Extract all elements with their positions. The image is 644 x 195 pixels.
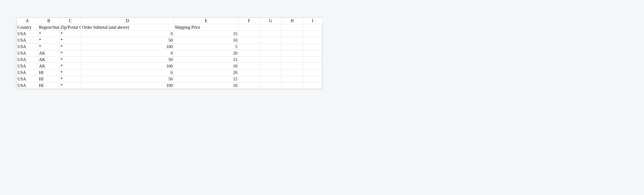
- cell[interactable]: HI: [38, 82, 60, 89]
- cell[interactable]: [238, 44, 260, 50]
- cell[interactable]: HI: [38, 76, 60, 82]
- cell[interactable]: AK: [38, 50, 60, 57]
- cell[interactable]: [260, 63, 282, 69]
- cell[interactable]: [303, 44, 322, 50]
- cell[interactable]: [260, 82, 282, 89]
- cell[interactable]: [238, 24, 260, 31]
- cell[interactable]: Zip/Postal Code: [60, 24, 81, 31]
- cell[interactable]: [282, 31, 303, 37]
- cell[interactable]: *: [60, 50, 81, 57]
- col-header-C[interactable]: C: [60, 18, 81, 24]
- col-header-F[interactable]: F: [238, 18, 260, 24]
- col-header-A[interactable]: A: [16, 18, 38, 24]
- cell[interactable]: 50: [81, 37, 174, 44]
- cell[interactable]: [238, 76, 260, 82]
- cell[interactable]: USA: [16, 69, 38, 76]
- cell[interactable]: 0: [81, 69, 174, 76]
- cell[interactable]: *: [38, 31, 60, 37]
- cell[interactable]: 0: [81, 31, 174, 37]
- cell[interactable]: 15: [174, 31, 238, 37]
- cell[interactable]: [260, 24, 282, 31]
- cell[interactable]: USA: [16, 57, 38, 63]
- cell[interactable]: 20: [174, 69, 238, 76]
- cell[interactable]: 20: [174, 50, 238, 57]
- cell[interactable]: [303, 50, 322, 57]
- cell[interactable]: [303, 82, 322, 89]
- cell[interactable]: [260, 31, 282, 37]
- cell[interactable]: *: [60, 82, 81, 89]
- cell[interactable]: [303, 69, 322, 76]
- cell[interactable]: 5: [174, 44, 238, 50]
- cell[interactable]: [238, 31, 260, 37]
- cell[interactable]: [238, 37, 260, 44]
- cell[interactable]: [282, 24, 303, 31]
- cell[interactable]: [303, 63, 322, 69]
- cell[interactable]: [260, 76, 282, 82]
- cell[interactable]: HI: [38, 69, 60, 76]
- cell[interactable]: [282, 44, 303, 50]
- cell[interactable]: 10: [174, 82, 238, 89]
- col-header-D[interactable]: D: [81, 18, 174, 24]
- cell[interactable]: [303, 24, 322, 31]
- cell[interactable]: [260, 69, 282, 76]
- cell[interactable]: [260, 37, 282, 44]
- cell[interactable]: *: [60, 31, 81, 37]
- cell[interactable]: 15: [174, 76, 238, 82]
- col-header-G[interactable]: G: [260, 18, 282, 24]
- cell[interactable]: USA: [16, 76, 38, 82]
- cell[interactable]: [238, 63, 260, 69]
- cell[interactable]: 100: [81, 63, 174, 69]
- cell[interactable]: USA: [16, 63, 38, 69]
- cell[interactable]: USA: [16, 31, 38, 37]
- cell[interactable]: [260, 44, 282, 50]
- cell[interactable]: [303, 76, 322, 82]
- cell[interactable]: [282, 57, 303, 63]
- cell[interactable]: [238, 82, 260, 89]
- cell[interactable]: 100: [81, 82, 174, 89]
- cell[interactable]: 50: [81, 57, 174, 63]
- col-header-I[interactable]: I: [303, 18, 322, 24]
- col-header-B[interactable]: B: [38, 18, 60, 24]
- cell[interactable]: 50: [81, 76, 174, 82]
- cell[interactable]: [303, 37, 322, 44]
- cell[interactable]: *: [60, 63, 81, 69]
- cell[interactable]: *: [38, 37, 60, 44]
- cell[interactable]: *: [38, 44, 60, 50]
- cell[interactable]: [282, 37, 303, 44]
- cell[interactable]: [282, 76, 303, 82]
- cell[interactable]: [282, 63, 303, 69]
- cell[interactable]: [282, 69, 303, 76]
- cell[interactable]: USA: [16, 50, 38, 57]
- cell[interactable]: [238, 50, 260, 57]
- cell[interactable]: [282, 50, 303, 57]
- cell[interactable]: *: [60, 76, 81, 82]
- cell[interactable]: *: [60, 69, 81, 76]
- cell[interactable]: USA: [16, 82, 38, 89]
- cell[interactable]: 10: [174, 37, 238, 44]
- cell[interactable]: Shipping Price: [174, 24, 238, 31]
- cell[interactable]: [303, 31, 322, 37]
- col-header-H[interactable]: H: [282, 18, 303, 24]
- cell[interactable]: USA: [16, 37, 38, 44]
- cell[interactable]: Country: [16, 24, 38, 31]
- cell[interactable]: [260, 50, 282, 57]
- spreadsheet: A B C D E F G H I Country Region/State Z…: [16, 17, 322, 89]
- cell[interactable]: [238, 57, 260, 63]
- cell[interactable]: USA: [16, 44, 38, 50]
- cell[interactable]: Order Subtotal (and above): [81, 24, 174, 31]
- cell[interactable]: Region/State: [38, 24, 60, 31]
- cell[interactable]: AK: [38, 63, 60, 69]
- cell[interactable]: [238, 69, 260, 76]
- col-header-E[interactable]: E: [174, 18, 238, 24]
- cell[interactable]: [282, 82, 303, 89]
- cell[interactable]: *: [60, 37, 81, 44]
- cell[interactable]: 15: [174, 57, 238, 63]
- cell[interactable]: *: [60, 57, 81, 63]
- cell[interactable]: [303, 57, 322, 63]
- cell[interactable]: *: [60, 44, 81, 50]
- cell[interactable]: [260, 57, 282, 63]
- cell[interactable]: 100: [81, 44, 174, 50]
- cell[interactable]: 10: [174, 63, 238, 69]
- cell[interactable]: AK: [38, 57, 60, 63]
- cell[interactable]: 0: [81, 50, 174, 57]
